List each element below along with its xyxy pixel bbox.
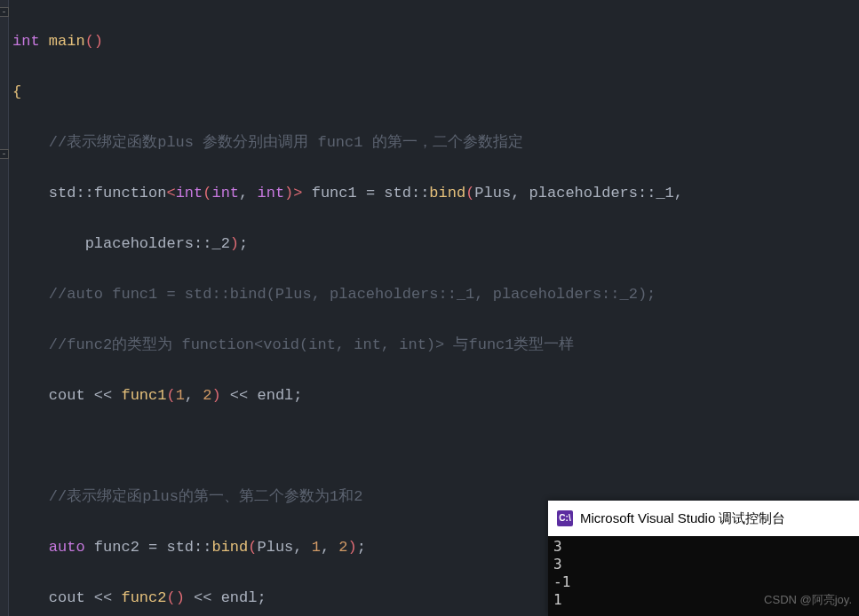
code-line: std::function<int(int, int)> func1 = std…: [12, 181, 859, 207]
code-line: placeholders::_2);: [12, 232, 859, 257]
code-line: int main(): [12, 29, 859, 55]
code-line: {: [12, 80, 859, 106]
fold-icon[interactable]: -: [0, 149, 9, 159]
console-title-text: Microsoft Visual Studio 调试控制台: [580, 506, 785, 532]
fold-icon[interactable]: -: [0, 7, 9, 17]
code-line: cout << func1(1, 2) << endl;: [12, 383, 859, 409]
console-title-bar[interactable]: C:\ Microsoft Visual Studio 调试控制台: [548, 501, 859, 537]
console-icon: C:\: [557, 510, 573, 526]
code-line: //auto func1 = std::bind(Plus, placehold…: [12, 282, 859, 308]
console-output-line: 3: [553, 556, 854, 573]
code-line: //func2的类型为 function<void(int, int, int)…: [12, 333, 859, 359]
console-output-line: 3: [553, 538, 854, 556]
code-line: //表示绑定函数plus 参数分别由调用 func1 的第一，二个参数指定: [12, 130, 859, 156]
code-line: [12, 434, 859, 460]
gutter: - -: [0, 0, 9, 616]
watermark: CSDN @阿亮joy.: [764, 588, 852, 613]
